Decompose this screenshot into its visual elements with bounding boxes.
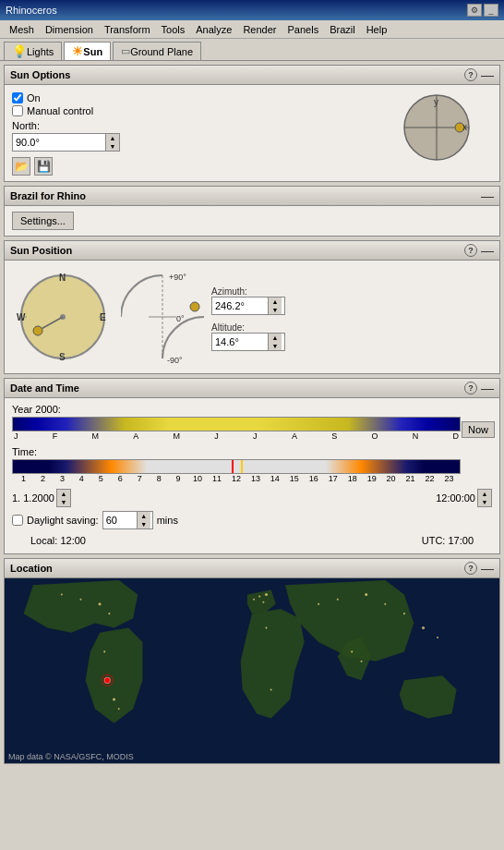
menu-render[interactable]: Render [237,22,282,37]
h5: 5 [91,474,111,483]
month-s: S [331,431,337,441]
svg-text:-90°: -90° [167,356,183,365]
sun-options-header[interactable]: Sun Options ? — [4,65,500,85]
on-checkbox[interactable] [12,92,23,103]
on-label[interactable]: On [27,92,41,103]
date-spin-buttons: ▲ ▼ [56,489,71,507]
location-section: Location ? — [4,558,500,764]
azimuth-decrement[interactable]: ▼ [269,306,282,314]
window-controls[interactable]: ⚙ _ [467,4,498,17]
h7: 7 [130,474,150,483]
ground-icon: ▭ [121,45,130,57]
daylight-increment[interactable]: ▲ [138,512,150,520]
h4: 4 [72,474,91,483]
brazil-section: Brazil for Rhino — Settings... [4,186,500,237]
menu-tools[interactable]: Tools [156,22,191,37]
brazil-settings-button[interactable]: Settings... [12,212,74,230]
menu-dimension[interactable]: Dimension [40,22,99,37]
sun-position-header[interactable]: Sun Position ? — [4,240,500,261]
daylight-label[interactable]: Daylight saving: [27,515,99,526]
time-bar-container[interactable]: 1 2 3 4 5 6 7 8 9 10 11 12 13 14 [12,459,461,485]
h3: 3 [53,474,72,483]
date-increment[interactable]: ▲ [57,490,70,498]
north-spin-buttons: ▲ ▼ [105,134,119,151]
tab-lights[interactable]: 💡 Lights [4,42,62,60]
altitude-input[interactable] [212,334,268,350]
altitude-increment[interactable]: ▲ [269,334,282,342]
north-decrement-button[interactable]: ▼ [106,142,119,151]
sun-position-collapse-icon[interactable]: — [481,243,494,258]
h19: 19 [362,474,381,483]
daylight-decrement[interactable]: ▼ [138,520,150,528]
sun-options-help-icon[interactable]: ? [464,68,477,81]
altitude-decrement[interactable]: ▼ [269,342,282,350]
time-increment[interactable]: ▲ [478,490,491,498]
location-help-icon[interactable]: ? [464,562,477,575]
minimize-button[interactable]: _ [484,4,498,17]
year-bar-container[interactable]: J F M A M J J A S O N D [12,417,461,443]
on-checkbox-row: On [12,92,120,103]
month-d: D [452,431,459,441]
manual-control-checkbox[interactable] [12,105,23,116]
date-time-title-row: Date and Time [10,382,79,394]
tab-ground-plane[interactable]: ▭ Ground Plane [113,42,201,60]
north-label: North: [12,120,120,131]
date-decrement[interactable]: ▼ [57,498,70,506]
menu-help[interactable]: Help [361,22,393,37]
brazil-title: Brazil for Rhino [10,190,86,201]
brazil-header[interactable]: Brazil for Rhino — [4,186,500,206]
daylight-value-input[interactable] [103,512,137,528]
date-time-collapse-icon[interactable]: — [481,381,494,395]
location-header[interactable]: Location ? — [4,558,500,578]
time-decrement[interactable]: ▼ [478,498,491,506]
tab-sun[interactable]: ☀ Sun [64,42,111,60]
azimuth-increment[interactable]: ▲ [269,298,282,306]
save-button[interactable]: 💾 [34,157,53,176]
map-attribution: Map data © NASA/GSFC, MODIS [8,752,134,761]
h16: 16 [304,474,323,483]
azimuth-input[interactable] [212,298,268,314]
open-folder-button[interactable]: 📂 [12,157,30,176]
h14: 14 [265,474,284,483]
north-input-container: North: ▲ ▼ [12,120,120,152]
altitude-spin[interactable]: ▲ ▼ [211,333,285,351]
svg-point-31 [365,593,367,596]
sun-position-help-icon[interactable]: ? [464,244,477,257]
north-value-input[interactable] [13,134,105,151]
h1: 1 [14,474,33,483]
sun-tab-icon: ☀ [72,44,83,58]
manual-control-row: Manual control [12,105,120,116]
month-o: O [371,431,378,441]
time-marker-yellow [241,460,243,473]
brazil-collapse-icon[interactable]: — [481,188,494,203]
menu-mesh[interactable]: Mesh [4,22,40,37]
daylight-checkbox[interactable] [12,515,23,526]
azimuth-spin[interactable]: ▲ ▼ [211,297,285,315]
menu-transform[interactable]: Transform [99,22,156,37]
month-j2: J [214,431,219,441]
location-collapse-icon[interactable]: — [481,561,494,576]
sun-options-collapse-icon[interactable]: — [481,67,494,82]
time-bar[interactable] [12,459,461,474]
altitude-spin-buttons: ▲ ▼ [268,334,282,350]
date-time-header[interactable]: Date and Time ? — [4,378,500,398]
menu-panels[interactable]: Panels [282,22,325,37]
month-j3: J [253,431,258,441]
svg-point-37 [361,661,363,662]
north-spin-input[interactable]: ▲ ▼ [12,133,120,152]
sun-position-title: Sun Position [10,245,72,256]
north-increment-button[interactable]: ▲ [106,134,119,142]
now-button[interactable]: Now [462,421,495,438]
date-time-help-icon[interactable]: ? [464,382,477,395]
world-map[interactable]: Map data © NASA/GSFC, MODIS [5,578,499,763]
settings-gear-icon[interactable]: ⚙ [467,4,482,17]
h2: 2 [33,474,53,483]
menu-brazil[interactable]: Brazil [324,22,361,37]
menu-analyze[interactable]: Analyze [190,22,237,37]
year-bar[interactable] [12,417,461,431]
h6: 6 [111,474,130,483]
brazil-content: Settings... [4,206,500,237]
brazil-controls: — [481,188,494,203]
daylight-spin[interactable]: ▲ ▼ [102,511,153,529]
manual-control-label[interactable]: Manual control [27,105,93,116]
